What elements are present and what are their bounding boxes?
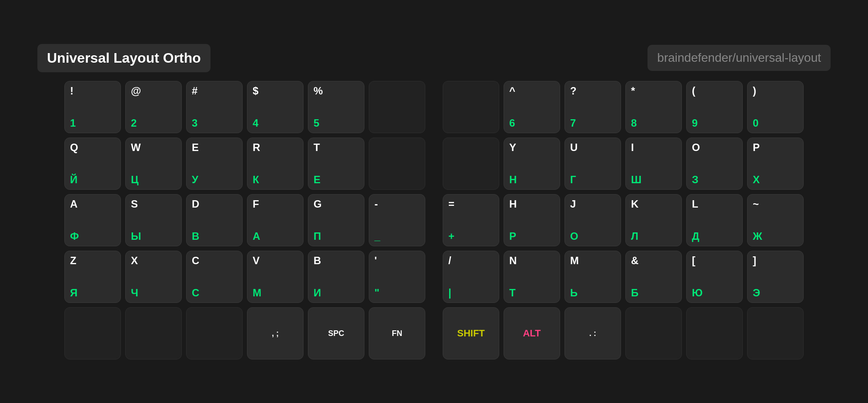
key-4-2[interactable] <box>186 307 243 359</box>
key-top-4-4: SPC <box>328 329 344 337</box>
key-4-1[interactable]: ALT <box>504 307 560 359</box>
key-3-1[interactable]: XЧ <box>125 251 182 303</box>
key-top-2-2: J <box>570 199 615 209</box>
key-top-2-4: G <box>314 199 359 209</box>
key-0-4[interactable]: %5 <box>308 81 364 133</box>
key-top-2-0: A <box>70 199 115 209</box>
repo-box: braindefender/universal-layout <box>648 45 831 71</box>
key-2-1[interactable]: SЫ <box>125 194 182 246</box>
key-1-5[interactable]: PХ <box>747 138 804 190</box>
key-2-0[interactable]: =+ <box>443 194 499 246</box>
key-0-3[interactable]: *8 <box>625 81 682 133</box>
key-0-5[interactable] <box>369 81 425 133</box>
key-2-4[interactable]: LД <box>686 194 743 246</box>
key-2-3[interactable]: KЛ <box>625 194 682 246</box>
alt-label: ALT <box>509 312 554 355</box>
key-top-3-3: & <box>631 255 676 266</box>
key-bottom-1-3: К <box>253 175 259 185</box>
key-1-1[interactable]: WЦ <box>125 138 182 190</box>
repo-link[interactable]: braindefender/universal-layout <box>657 51 821 64</box>
key-3-0[interactable]: ZЯ <box>64 251 121 303</box>
key-bottom-2-2: В <box>192 231 199 242</box>
key-0-2[interactable]: #3 <box>186 81 243 133</box>
key-4-5[interactable] <box>747 307 804 359</box>
key-4-0[interactable] <box>64 307 121 359</box>
key-0-4[interactable]: (9 <box>686 81 743 133</box>
key-4-0[interactable]: SHIFT <box>443 307 499 359</box>
key-bottom-1-2: Г <box>570 175 576 185</box>
key-4-5[interactable]: FN <box>369 307 425 359</box>
key-top-0-0: ! <box>70 86 115 96</box>
key-2-4[interactable]: GП <box>308 194 364 246</box>
key-4-2[interactable]: . : <box>564 307 621 359</box>
key-4-3[interactable] <box>625 307 682 359</box>
key-3-2[interactable]: MЬ <box>564 251 621 303</box>
key-1-5[interactable] <box>369 138 425 190</box>
key-4-1[interactable] <box>125 307 182 359</box>
key-3-0[interactable]: /| <box>443 251 499 303</box>
key-top-2-5: ~ <box>753 199 798 209</box>
key-3-5[interactable]: '" <box>369 251 425 303</box>
key-bottom-1-3: Ш <box>631 175 641 185</box>
key-top-1-4: T <box>314 142 359 153</box>
key-bottom-3-3: М <box>253 288 261 298</box>
key-1-2[interactable]: EУ <box>186 138 243 190</box>
key-1-3[interactable]: RК <box>247 138 304 190</box>
key-2-2[interactable]: JО <box>564 194 621 246</box>
key-top-3-5: ' <box>374 255 420 266</box>
key-1-4[interactable]: OЗ <box>686 138 743 190</box>
key-bottom-2-3: Л <box>631 231 638 242</box>
key-3-3[interactable]: &Б <box>625 251 682 303</box>
key-3-1[interactable]: NТ <box>504 251 560 303</box>
left-half: !1@2#3$4%5QЙWЦEУRКTЕAФSЫDВFАGП-_ZЯXЧCСVМ… <box>64 81 425 359</box>
key-top-2-0: = <box>448 199 494 209</box>
key-1-4[interactable]: TЕ <box>308 138 364 190</box>
key-4-4[interactable] <box>686 307 743 359</box>
key-0-1[interactable]: @2 <box>125 81 182 133</box>
key-0-5[interactable]: )0 <box>747 81 804 133</box>
key-3-2[interactable]: CС <box>186 251 243 303</box>
key-3-5[interactable]: ]Э <box>747 251 804 303</box>
key-bottom-2-0: + <box>448 231 454 242</box>
key-2-2[interactable]: DВ <box>186 194 243 246</box>
key-bottom-1-5: Х <box>753 175 760 185</box>
key-2-5[interactable]: -_ <box>369 194 425 246</box>
key-2-1[interactable]: HР <box>504 194 560 246</box>
key-3-4[interactable]: [Ю <box>686 251 743 303</box>
right-half: ^6?7*8(9)0YНUГIШOЗPХ=+HРJОKЛLД~Ж/|NТMЬ&Б… <box>443 81 804 359</box>
key-1-3[interactable]: IШ <box>625 138 682 190</box>
key-bottom-3-4: Ю <box>692 288 703 298</box>
key-bottom-0-0: 1 <box>70 118 76 128</box>
key-0-0[interactable] <box>443 81 499 133</box>
key-2-3[interactable]: FА <box>247 194 304 246</box>
key-top-3-0: Z <box>70 255 115 266</box>
key-top-2-3: F <box>253 199 298 209</box>
key-2-0[interactable]: AФ <box>64 194 121 246</box>
key-top-3-1: X <box>131 255 176 266</box>
key-row-4: , ;SPCFN <box>64 307 425 359</box>
key-1-0[interactable]: QЙ <box>64 138 121 190</box>
key-row-0: !1@2#3$4%5 <box>64 81 425 133</box>
key-4-3[interactable]: , ; <box>247 307 304 359</box>
key-0-3[interactable]: $4 <box>247 81 304 133</box>
key-2-5[interactable]: ~Ж <box>747 194 804 246</box>
key-3-3[interactable]: VМ <box>247 251 304 303</box>
key-0-1[interactable]: ^6 <box>504 81 560 133</box>
key-bottom-2-0: Ф <box>70 231 79 242</box>
key-1-1[interactable]: YН <box>504 138 560 190</box>
key-top-3-3: V <box>253 255 298 266</box>
key-1-2[interactable]: UГ <box>564 138 621 190</box>
key-4-4[interactable]: SPC <box>308 307 364 359</box>
key-0-2[interactable]: ?7 <box>564 81 621 133</box>
key-bottom-0-2: 3 <box>192 118 197 128</box>
key-3-4[interactable]: BИ <box>308 251 364 303</box>
key-top-1-3: I <box>631 142 676 153</box>
key-0-0[interactable]: !1 <box>64 81 121 133</box>
key-1-0[interactable] <box>443 138 499 190</box>
key-bottom-2-1: Ы <box>131 231 141 242</box>
key-top-0-5: ) <box>753 86 798 96</box>
key-bottom-1-1: Ц <box>131 175 139 185</box>
key-top-3-0: / <box>448 255 494 266</box>
key-bottom-2-1: Р <box>509 231 516 242</box>
key-row-2: =+HРJОKЛLД~Ж <box>443 194 804 246</box>
